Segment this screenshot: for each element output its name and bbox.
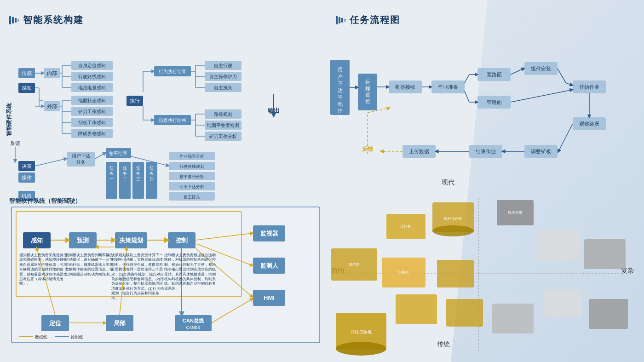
svg-point-226 xyxy=(336,342,386,356)
svg-text:户: 户 xyxy=(338,74,343,79)
svg-text:机器接收: 机器接收 xyxy=(395,84,415,90)
svg-text:操作: 操作 xyxy=(22,175,32,180)
svg-text:作业准备: 作业准备 xyxy=(437,84,458,90)
svg-text:作业场景分析: 作业场景分析 xyxy=(179,154,204,159)
right-section-title: 任务流程图 xyxy=(350,14,400,26)
svg-text:地面平整度检测: 地面平整度检测 xyxy=(207,123,239,128)
software-diagram-svg: 感知 预测 决策规划 控制 监视器 监测人 HMI 定位 局部 CAN总线 CA… xyxy=(9,205,322,347)
svg-text:执行: 执行 xyxy=(130,98,140,103)
svg-rect-229 xyxy=(446,299,483,327)
svg-text:定位: 定位 xyxy=(49,320,62,327)
task-flow-svg: 用 户 下 达 平 地 指 令 远 程 遥 控 机器接收 作业准备 宽路面 窄路… xyxy=(322,28,639,193)
svg-text:障碍界物感知: 障碍界物感知 xyxy=(78,131,106,136)
svg-text:CAN总线: CAN总线 xyxy=(183,318,204,323)
svg-text:传感: 传感 xyxy=(22,70,32,76)
svg-text:铲刀工作感知: 铲刀工作感知 xyxy=(78,109,106,114)
svg-text:远: 远 xyxy=(365,79,370,85)
svg-text:自身定位感知: 自身定位感知 xyxy=(78,63,106,68)
svg-text:二: 二 xyxy=(123,177,127,181)
svg-text:自主行驶: 自主行驶 xyxy=(214,63,232,68)
svg-text:行驶路线感知: 行驶路线感知 xyxy=(78,74,106,79)
left-section-icon xyxy=(9,16,19,24)
right-section-icon xyxy=(336,16,346,24)
left-section-title: 智能系统构建 xyxy=(23,14,84,26)
svg-line-203 xyxy=(558,124,573,151)
svg-text:指: 指 xyxy=(337,108,343,114)
left-section-header: 智能系统构建 xyxy=(9,14,308,26)
svg-text:务: 务 xyxy=(150,171,154,176)
svg-text:CANES: CANES xyxy=(186,325,200,330)
svg-text:内部: 内部 xyxy=(47,70,57,76)
svg-text:电池电量感知: 电池电量感知 xyxy=(78,85,106,90)
svg-text:务: 务 xyxy=(136,171,140,176)
svg-text:信息执行结构: 信息执行结构 xyxy=(159,118,186,123)
svg-line-114 xyxy=(95,153,105,159)
svg-rect-232 xyxy=(589,299,628,329)
svg-text:务: 务 xyxy=(123,171,127,176)
svg-text:开始作业: 开始作业 xyxy=(579,84,599,90)
svg-text:任: 任 xyxy=(122,166,127,170)
svg-rect-224 xyxy=(584,239,626,269)
svg-text:压路机: 压路机 xyxy=(398,270,409,275)
svg-rect-230 xyxy=(492,304,534,333)
svg-text:自主搭头: 自主搭头 xyxy=(184,195,200,199)
svg-text:用: 用 xyxy=(338,67,343,72)
svg-text:现代机型: 现代机型 xyxy=(508,211,523,215)
svg-text:调整铲板: 调整铲板 xyxy=(531,149,551,154)
svg-text:行为执行结果: 行为执行结果 xyxy=(159,69,186,74)
svg-rect-228 xyxy=(396,294,437,324)
system-diagram-svg: 智能硬件系统 感知 传感 反馈 决策 操作 机器 内部 外部 自身定位感知 行驶… xyxy=(7,28,315,202)
svg-text:组件安装: 组件安装 xyxy=(531,66,551,71)
svg-line-201 xyxy=(566,90,572,91)
svg-text:传统压路机: 传统压路机 xyxy=(351,330,372,334)
svg-text:数据线: 数据线 xyxy=(35,335,47,339)
svg-text:反馈: 反馈 xyxy=(10,140,20,146)
svg-rect-223 xyxy=(538,230,580,260)
svg-text:任务: 任务 xyxy=(76,160,86,165)
svg-text:感知: 感知 xyxy=(31,237,43,244)
svg-text:任: 任 xyxy=(149,166,154,170)
svg-text:现代压路机: 现代压路机 xyxy=(444,217,462,221)
svg-text:四: 四 xyxy=(150,177,154,181)
svg-text:决策: 决策 xyxy=(22,163,32,169)
svg-line-195 xyxy=(465,91,469,102)
svg-text:一: 一 xyxy=(109,177,114,181)
svg-text:达: 达 xyxy=(338,87,343,93)
svg-rect-231 xyxy=(543,290,582,317)
svg-line-200 xyxy=(511,91,566,102)
svg-text:自主推头: 自主推头 xyxy=(214,85,232,90)
svg-text:地: 地 xyxy=(337,101,343,107)
svg-text:平: 平 xyxy=(338,94,343,100)
svg-line-198 xyxy=(558,69,566,83)
svg-text:令: 令 xyxy=(338,114,343,120)
svg-text:感知: 感知 xyxy=(22,85,32,91)
svg-text:HMI: HMI xyxy=(264,294,275,301)
svg-text:控制线: 控制线 xyxy=(71,335,83,339)
svg-text:上传数据: 上传数据 xyxy=(409,149,429,154)
svg-text:遥: 遥 xyxy=(365,92,370,98)
svg-text:务: 务 xyxy=(109,171,114,176)
svg-text:任: 任 xyxy=(136,166,140,170)
svg-text:外部: 外部 xyxy=(47,103,57,109)
svg-text:局部: 局部 xyxy=(113,320,126,327)
svg-text:结束作业: 结束作业 xyxy=(476,149,496,154)
svg-text:决策规划: 决策规划 xyxy=(119,237,143,244)
svg-text:控制: 控制 xyxy=(175,237,188,244)
svg-text:地面状态感知: 地面状态感知 xyxy=(78,98,106,103)
svg-text:窄路面: 窄路面 xyxy=(487,99,502,105)
svg-text:预测: 预测 xyxy=(77,237,89,244)
svg-text:路径规划: 路径规划 xyxy=(214,112,232,117)
software-title: 智能软件系统（智能驾驶） xyxy=(9,197,81,205)
svg-text:压路机: 压路机 xyxy=(400,224,411,229)
label-modern: 现代 xyxy=(442,178,454,187)
svg-text:命令下达分析: 命令下达分析 xyxy=(179,184,204,189)
svg-text:整平量积分析: 整平量积分析 xyxy=(179,174,204,179)
svg-text:智能硬件系统: 智能硬件系统 xyxy=(6,103,12,137)
svg-text:用户下达: 用户下达 xyxy=(72,153,90,158)
svg-text:刮板工作感知: 刮板工作感知 xyxy=(78,120,106,125)
svg-text:观察路况: 观察路况 xyxy=(579,121,599,126)
machines-svg: 现代压路机 现代机型 压路机 简约型 压路机 传统压路机 xyxy=(327,193,635,359)
svg-rect-222 xyxy=(437,260,474,287)
svg-text:控: 控 xyxy=(365,98,370,104)
svg-text:程: 程 xyxy=(365,86,370,91)
